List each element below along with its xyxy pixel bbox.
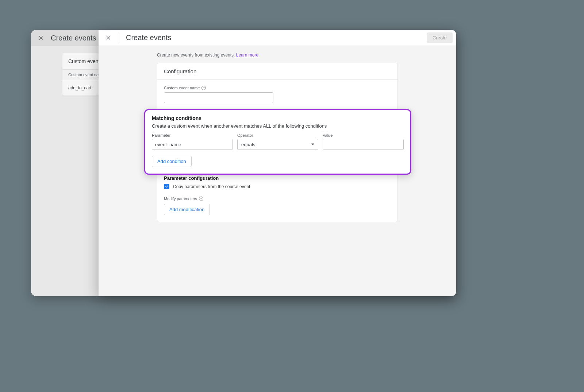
copy-parameters-checkbox[interactable] [164,184,169,189]
matching-conditions-highlight: Matching conditions Create a custom even… [144,109,411,175]
copy-parameters-row: Copy parameters from the source event [157,184,397,194]
copy-parameters-label: Copy parameters from the source event [173,184,250,189]
add-condition-button[interactable]: Add condition [152,156,192,167]
configuration-heading: Configuration [157,63,397,80]
parameter-label: Parameter [152,133,233,137]
condition-row: Parameter Operator equals Value [152,133,404,150]
close-icon[interactable] [104,33,113,43]
operator-select[interactable]: equals [237,139,318,150]
intro-plain: Create new events from existing events. [157,53,236,58]
close-icon[interactable] [36,33,46,43]
panel-title: Create events [119,33,172,43]
custom-event-name-block: Custom event name ? [157,80,397,107]
configuration-card: Configuration Custom event name ? Matchi… [157,63,398,222]
custom-event-name-label-text: Custom event name [164,86,200,90]
create-events-panel: Create events Create Create new events f… [99,30,456,296]
learn-more-link[interactable]: Learn more [236,53,258,58]
front-header: Create events Create [99,30,456,46]
front-body: Create new events from existing events. … [99,46,456,296]
value-input[interactable] [323,139,404,150]
matching-conditions-subtitle: Create a custom event when another event… [152,123,404,129]
custom-event-name-label: Custom event name ? [164,86,391,90]
help-icon[interactable]: ? [199,197,203,201]
value-label: Value [323,133,404,137]
parameter-input[interactable] [152,139,233,150]
help-icon[interactable]: ? [201,86,206,90]
matching-conditions-title: Matching conditions [152,115,404,121]
intro-text: Create new events from existing events. … [157,53,456,58]
add-modification-button[interactable]: Add modification [164,204,210,215]
modify-parameters-label: Modify parameters ? [157,194,397,204]
custom-event-name-input[interactable] [164,92,273,103]
operator-value: equals [241,142,255,147]
create-button[interactable]: Create [427,32,453,43]
back-panel-title: Create events [51,34,96,42]
operator-label: Operator [237,133,318,137]
modify-parameters-label-text: Modify parameters [164,197,197,201]
